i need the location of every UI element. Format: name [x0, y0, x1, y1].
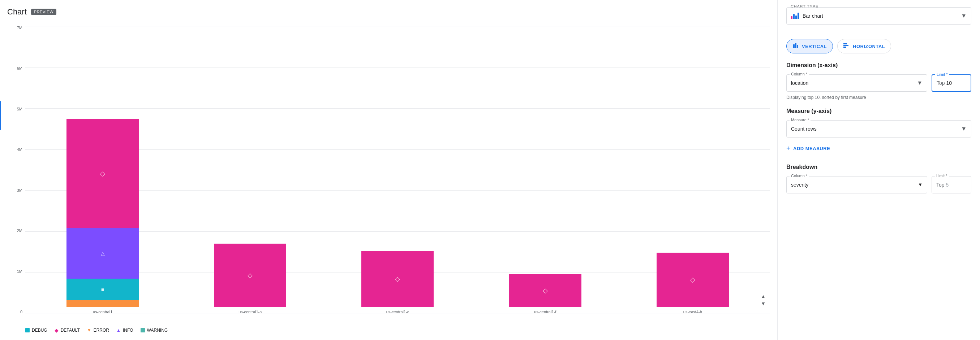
vertical-button[interactable]: VERTICAL: [786, 39, 833, 54]
legend-icon-error: ▼: [87, 328, 91, 332]
chart-container: 0 1M 2M 3M 4M 5M 6M 7M: [7, 22, 770, 333]
legend-item-debug: DEBUG: [25, 328, 47, 333]
dimension-column-box[interactable]: Column * location ▼: [786, 74, 927, 92]
bars-row: ■ △ ◇ us-central1: [25, 26, 770, 314]
chart-area: Chart PREVIEW 0 1M 2M 3M 4M 5M 6M 7M: [0, 0, 777, 340]
info-icon: △: [101, 250, 105, 256]
y-label-7m: 7M: [17, 26, 22, 30]
add-measure-label: ADD MEASURE: [793, 146, 830, 151]
default-icon-a: ◇: [248, 271, 253, 279]
measure-field-box[interactable]: Measure * Count rows ▼: [786, 120, 971, 138]
default-icon-e: ◇: [690, 276, 695, 284]
legend-label-info: INFO: [123, 328, 133, 333]
bar-stack-us-central1: ■ △ ◇: [67, 119, 139, 307]
measure-label: Measure *: [789, 118, 811, 122]
measure-value: Count rows: [791, 126, 958, 132]
measure-section: Measure (y-axis) Measure * Count rows ▼ …: [786, 108, 971, 155]
dimension-field-row: Column * location ▼ Limit * Top: [786, 74, 971, 92]
y-label-1m: 1M: [17, 270, 22, 274]
preview-badge: PREVIEW: [31, 9, 56, 15]
chart-header: Chart PREVIEW: [7, 7, 770, 17]
legend-item-info: ▲ INFO: [116, 328, 133, 333]
bar-segment-default: ◇: [67, 119, 139, 228]
bar-segment-error: [67, 300, 139, 307]
legend-label-default: DEFAULT: [61, 328, 80, 333]
y-axis: 0 1M 2M 3M 4M 5M 6M 7M: [7, 22, 25, 325]
x-label-us-central1-c: us-central1-c: [386, 310, 409, 314]
dimension-limit-box[interactable]: Limit * Top: [932, 74, 971, 92]
legend-icon-default: ◆: [54, 328, 59, 333]
legend: DEBUG ◆ DEFAULT ▼ ERROR ▲ INFO WARNING: [7, 328, 770, 333]
legend-item-warning: WARNING: [140, 328, 168, 333]
limit-input[interactable]: [947, 80, 957, 86]
bar-segment-info: △: [67, 228, 139, 278]
breakdown-column-value: severity: [791, 182, 918, 188]
dimension-column-label: Column *: [789, 72, 809, 76]
svg-rect-3: [843, 43, 847, 44]
chart-inner: 0 1M 2M 3M 4M 5M 6M 7M: [7, 22, 770, 325]
add-measure-button[interactable]: + ADD MEASURE: [786, 142, 830, 155]
horizontal-icon: [843, 42, 850, 50]
bar-group-us-central1-f: ◇ us-central1-f: [509, 119, 581, 314]
vertical-label: VERTICAL: [802, 44, 827, 49]
horizontal-label: HORIZONTAL: [853, 44, 885, 49]
scroll-up-button[interactable]: ▲: [760, 293, 767, 300]
dimension-hint: Displaying top 10, sorted by first measu…: [786, 95, 971, 101]
bar-group-us-central1-a: ◇ us-central1-a: [214, 119, 286, 314]
svg-rect-2: [797, 45, 798, 48]
breakdown-column-label: Column *: [789, 174, 809, 178]
x-label-us-east4-b: us-east4-b: [683, 310, 702, 314]
bar-stack-us-central1-c: ◇: [361, 119, 434, 307]
x-label-us-central1-f: us-central1-f: [534, 310, 556, 314]
breakdown-limit-label: Limit *: [935, 174, 949, 178]
bar-group-us-east4-b: ◇ us-east4-b: [657, 119, 729, 314]
y-label-5m: 5M: [17, 107, 22, 111]
breakdown-limit-box[interactable]: Limit * Top 5: [932, 176, 971, 193]
y-label-0: 0: [20, 310, 22, 314]
bar-segment-default-a: ◇: [214, 244, 286, 307]
bars-area: ■ △ ◇ us-central1: [25, 22, 770, 325]
bar-stack-us-central1-f: ◇: [509, 119, 581, 307]
default-icon: ◇: [100, 170, 105, 177]
bar-chart-icon: [791, 13, 799, 19]
legend-label-error: ERROR: [94, 328, 109, 333]
chart-type-box[interactable]: Bar chart ▼: [786, 7, 971, 25]
bar-segment-default-e: ◇: [657, 253, 729, 307]
debug-icon: ■: [101, 286, 104, 293]
chart-type-value: Bar chart: [803, 13, 823, 19]
default-icon-c: ◇: [395, 275, 400, 283]
bar-segment-default-c: ◇: [361, 251, 434, 307]
y-label-3m: 3M: [17, 188, 22, 192]
svg-rect-5: [843, 47, 846, 48]
breakdown-column-arrow: ▼: [918, 182, 923, 187]
measure-field-wrapper: Measure * Count rows ▼: [786, 120, 971, 138]
legend-color-warning: [140, 328, 145, 332]
legend-color-debug: [25, 328, 30, 332]
dimension-limit-label: Limit *: [935, 72, 949, 76]
svg-rect-0: [793, 44, 795, 48]
orientation-row: VERTICAL HORIZONTAL: [786, 39, 971, 54]
breakdown-column-box[interactable]: Column * severity ▼: [786, 176, 927, 193]
y-label-2m: 2M: [17, 229, 22, 233]
chart-type-inner: Bar chart: [791, 13, 823, 19]
legend-label-warning: WARNING: [147, 328, 168, 333]
measure-heading: Measure (y-axis): [786, 108, 971, 114]
chart-title: Chart: [7, 7, 27, 17]
right-panel: Chart type Bar chart ▼: [778, 0, 980, 340]
chart-type-dropdown-arrow: ▼: [961, 13, 967, 19]
breakdown-top-wrapper: Top 5: [936, 182, 948, 188]
y-label-4m: 4M: [17, 148, 22, 152]
breakdown-limit-prefix: Top: [936, 182, 945, 188]
scroll-down-button[interactable]: ▼: [760, 300, 767, 307]
measure-arrow: ▼: [961, 126, 967, 132]
limit-prefix: Top: [937, 80, 945, 86]
bar-segment-default-f: ◇: [509, 274, 581, 307]
dimension-heading: Dimension (x-axis): [786, 62, 971, 69]
plus-icon: +: [786, 145, 790, 152]
bar-group-us-central1: ■ △ ◇ us-central1: [67, 119, 139, 314]
chart-type-section: Chart type Bar chart ▼: [786, 7, 971, 32]
legend-item-default: ◆ DEFAULT: [54, 328, 80, 333]
breakdown-limit-value: 5: [946, 182, 949, 188]
horizontal-button[interactable]: HORIZONTAL: [837, 39, 891, 54]
default-icon-f: ◇: [543, 286, 548, 294]
